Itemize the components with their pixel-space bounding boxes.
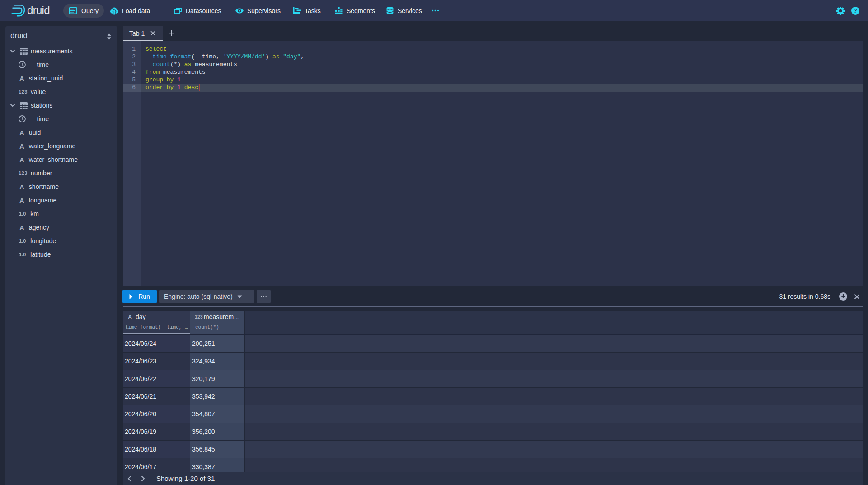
svg-text:?: ? bbox=[854, 8, 857, 14]
